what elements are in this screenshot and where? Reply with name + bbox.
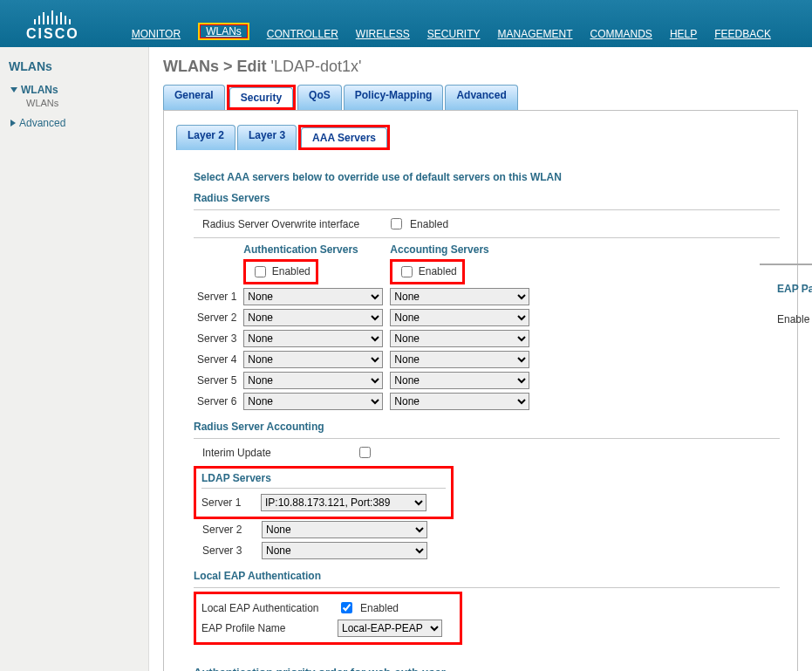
tab-policy-mapping[interactable]: Policy-Mapping — [344, 85, 444, 110]
auth-server-1-select[interactable]: None — [243, 288, 383, 305]
section-radius-servers: Radius Servers — [194, 192, 780, 204]
local-eap-auth-checkbox[interactable] — [341, 602, 352, 613]
eap-enable-label: Enable — [777, 313, 812, 325]
section-ldap-servers: LDAP Servers — [201, 472, 446, 484]
subtab-layer2[interactable]: Layer 2 — [176, 125, 235, 150]
page-title: WLANs > Edit 'LDAP-dot1x' — [163, 58, 798, 76]
interim-update-label: Interim Update — [202, 447, 351, 459]
auth-enabled-checkbox[interactable] — [255, 266, 266, 277]
acct-servers-header: Accounting Servers — [386, 242, 533, 257]
ldap-server-2-select[interactable]: None — [262, 521, 427, 538]
eap-parameters-panel: EAP Parameters Enable — [777, 283, 812, 329]
sidebar-subitem-wlans[interactable]: WLANs — [9, 98, 148, 108]
divider — [760, 264, 812, 265]
radius-overwrite-checkbox[interactable] — [391, 218, 402, 229]
acct-server-2-select[interactable]: None — [390, 309, 529, 326]
section-radius-accounting: Radius Server Accounting — [194, 421, 780, 433]
auth-server-6-select[interactable]: None — [243, 393, 383, 410]
ldap-row-label: Server 2 — [202, 524, 256, 536]
server-row-label: Server 6 — [194, 391, 240, 412]
radius-server-table: Authentication Servers Accounting Server… — [194, 242, 533, 412]
sidebar: WLANs WLANs WLANs Advanced — [0, 47, 149, 671]
server-row-label: Server 3 — [194, 328, 240, 349]
acct-server-6-select[interactable]: None — [390, 393, 529, 410]
menu-management[interactable]: MANAGEMENT — [498, 28, 573, 40]
server-row-label: Server 4 — [194, 349, 240, 370]
menu-security[interactable]: SECURITY — [427, 28, 481, 40]
menu-feedback[interactable]: FEEDBACK — [714, 28, 771, 40]
ldap-server-3-select[interactable]: None — [262, 542, 427, 559]
ldap-servers-highlight: LDAP Servers Server 1 IP:10.88.173.121, … — [194, 466, 454, 519]
tab-qos[interactable]: QoS — [297, 85, 342, 110]
auth-server-4-select[interactable]: None — [243, 351, 383, 368]
acct-server-4-select[interactable]: None — [390, 351, 529, 368]
radius-overwrite-label: Radius Server Overwrite interface — [202, 218, 359, 230]
auth-server-5-select[interactable]: None — [243, 372, 383, 389]
acct-server-3-select[interactable]: None — [390, 330, 529, 347]
section-select-aaa: Select AAA servers below to override use… — [194, 171, 780, 183]
main-panel: Layer 2 Layer 3 AAA Servers Select AAA s… — [163, 110, 798, 671]
menu-controller[interactable]: CONTROLLER — [267, 28, 338, 40]
ldap-row-label: Server 3 — [202, 544, 256, 557]
eap-profile-label: EAP Profile Name — [201, 622, 332, 634]
menu-wlans-highlight: WLANs — [198, 23, 249, 40]
server-row-label: Server 1 — [194, 286, 240, 307]
sidebar-item-label: WLANs — [21, 84, 58, 96]
auth-server-2-select[interactable]: None — [243, 309, 383, 326]
sidebar-heading: WLANs — [9, 59, 148, 73]
cisco-bars-icon — [34, 9, 71, 24]
tab-advanced[interactable]: Advanced — [445, 85, 517, 110]
tab-security-highlight: Security — [227, 85, 296, 110]
menu-help[interactable]: HELP — [670, 28, 697, 40]
sidebar-item-advanced[interactable]: Advanced — [9, 115, 148, 131]
menu-wireless[interactable]: WIRELESS — [356, 28, 410, 40]
menu-wlans[interactable]: WLANs — [206, 25, 242, 38]
tabs-row2: Layer 2 Layer 3 AAA Servers — [176, 125, 785, 150]
ldap-server-1-select[interactable]: IP:10.88.173.121, Port:389 — [261, 494, 426, 511]
auth-enabled-highlight: Enabled — [243, 259, 317, 284]
radius-overwrite-enabled-label: Enabled — [410, 218, 448, 230]
auth-servers-header: Authentication Servers — [240, 242, 386, 257]
tab-general[interactable]: General — [163, 85, 225, 110]
section-local-eap: Local EAP Authentication — [194, 570, 780, 582]
top-menu: MONITOR WLANs CONTROLLER WIRELESS SECURI… — [132, 23, 771, 42]
subtab-aaa-highlight: AAA Servers — [298, 125, 390, 150]
server-row-label: Server 2 — [194, 307, 240, 328]
tabs-row1: General Security QoS Policy-Mapping Adva… — [163, 85, 798, 110]
local-eap-auth-label: Local EAP Authentication — [201, 602, 332, 614]
server-row-label: Server 5 — [194, 370, 240, 391]
eap-profile-select[interactable]: Local-EAP-PEAP — [338, 620, 442, 637]
acct-enabled-checkbox[interactable] — [401, 266, 413, 277]
interim-update-checkbox[interactable] — [359, 447, 371, 458]
acct-server-5-select[interactable]: None — [390, 372, 529, 389]
subtab-aaa-servers[interactable]: AAA Servers — [301, 127, 387, 147]
ldap-row-label: Server 1 — [201, 496, 256, 509]
tab-security[interactable]: Security — [229, 87, 293, 107]
acct-enabled-highlight: Enabled — [390, 259, 464, 284]
brand-text: CISCO — [26, 26, 79, 42]
menu-commands[interactable]: COMMANDS — [590, 28, 652, 40]
topbar: CISCO MONITOR WLANs CONTROLLER WIRELESS … — [0, 0, 812, 47]
auth-server-3-select[interactable]: None — [243, 330, 383, 347]
chevron-down-icon — [10, 87, 17, 92]
menu-monitor[interactable]: MONITOR — [132, 28, 181, 40]
acct-server-1-select[interactable]: None — [390, 288, 529, 305]
section-eap-parameters: EAP Parameters — [777, 283, 812, 295]
section-auth-priority: Authentication priority order for web-au… — [194, 666, 780, 671]
sidebar-item-label: Advanced — [19, 117, 65, 129]
sidebar-item-wlans[interactable]: WLANs — [9, 82, 148, 98]
cisco-logo: CISCO — [26, 9, 79, 42]
subtab-layer3[interactable]: Layer 3 — [237, 125, 297, 150]
chevron-right-icon — [10, 120, 16, 127]
local-eap-highlight: Local EAP Authentication Enabled EAP Pro… — [194, 592, 462, 645]
